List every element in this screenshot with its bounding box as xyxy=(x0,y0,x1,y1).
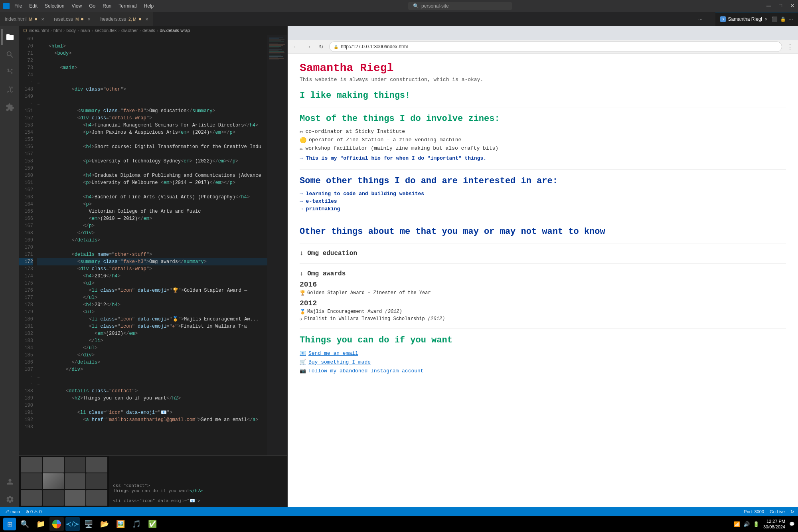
activity-search[interactable] xyxy=(2,47,18,63)
activity-explorer[interactable] xyxy=(2,29,18,45)
taskbar-music[interactable]: 🎵 xyxy=(129,517,144,531)
education-section[interactable]: ↓ Omg education xyxy=(300,250,786,257)
menu-help[interactable]: Help xyxy=(144,3,154,9)
activity-settings[interactable] xyxy=(2,491,18,507)
tab-modifier: M xyxy=(75,17,79,22)
url-text[interactable]: http://127.0.0.1:3000/index.html xyxy=(341,44,408,49)
trophy-emoji: 🏆 xyxy=(300,290,306,296)
instagram-text[interactable]: Follow my abandoned Instagram account xyxy=(308,368,424,374)
forward-button[interactable]: → xyxy=(304,42,313,51)
close-button[interactable]: ✕ xyxy=(790,2,795,10)
tab-close-icon[interactable]: ✕ xyxy=(145,17,148,22)
other-things-section: → learning to code and building websites… xyxy=(300,191,786,212)
reload-button[interactable]: ↻ xyxy=(316,42,326,51)
tab-close-icon[interactable]: ✕ xyxy=(41,17,44,22)
buy-text[interactable]: Buy something I made xyxy=(308,359,371,365)
menu-selection[interactable]: Selection xyxy=(45,3,64,9)
notification-icon[interactable]: 💬 xyxy=(789,522,795,527)
clock-time: 12:27 PM xyxy=(763,518,785,524)
browser-toolbar: ← → ↻ 🔒 http://127.0.0.1:3000/index.html… xyxy=(288,40,798,54)
awards-toggle[interactable]: ↓ Omg awards xyxy=(300,270,786,277)
award-item-1: 🏆 Golden Stapler Award – Zinester of the… xyxy=(300,290,786,296)
breadcrumb-icon: ⬡ xyxy=(23,28,27,33)
breadcrumb-body[interactable]: body xyxy=(66,28,76,33)
instagram-link[interactable]: 📷 Follow my abandoned Instagram account xyxy=(300,368,786,374)
activity-extensions[interactable] xyxy=(2,99,18,115)
breadcrumb-details-wrap[interactable]: div.details-wrap xyxy=(160,28,190,33)
taskbar-tasks[interactable]: ✅ xyxy=(145,517,160,531)
breadcrumb-html[interactable]: html xyxy=(53,28,62,33)
menu-go[interactable]: Go xyxy=(89,3,95,9)
menu-edit[interactable]: Edit xyxy=(29,3,38,9)
buy-link[interactable]: 🛒 Buy something I made xyxy=(300,359,786,365)
search-input[interactable]: personal-site xyxy=(421,3,449,9)
taskbar-explorer[interactable]: 📁 xyxy=(34,517,48,531)
menu-run[interactable]: Run xyxy=(103,3,111,9)
zine-text-1: co-ordinator at Sticky Institute xyxy=(305,129,405,134)
browser-tab-menu[interactable]: ⬛ xyxy=(772,16,778,22)
tab-overflow-button[interactable]: ··· xyxy=(693,16,707,22)
taskbar-clock[interactable]: 12:27 PM 30/08/2024 xyxy=(763,518,785,530)
tab-close-icon[interactable]: ✕ xyxy=(87,17,91,22)
email-link[interactable]: 📧 Send me an email xyxy=(300,350,786,356)
activity-source-control[interactable] xyxy=(2,64,18,80)
errors-count[interactable]: ⊗ 0 ⚠ 0 xyxy=(26,509,41,514)
award-item-3: ✈️ Finalist in Wallara Travelling Schola… xyxy=(300,316,786,322)
breadcrumb-section[interactable]: section.flex xyxy=(95,28,117,33)
url-bar[interactable]: 🔒 http://127.0.0.1:3000/index.html xyxy=(329,42,782,52)
taskbar-files[interactable]: 📂 xyxy=(97,517,112,531)
line-numbers: 69 70 71 72 73 74 · 148 149 · 151 152 15… xyxy=(19,35,37,455)
breadcrumb: ⬡ index.html › html › body › main › sect… xyxy=(19,26,287,35)
maximize-button[interactable]: □ xyxy=(779,2,782,10)
menu-file[interactable]: File xyxy=(14,3,22,9)
minimap[interactable] xyxy=(267,35,287,455)
scissors-emoji: ✂️ xyxy=(300,129,303,135)
printmaking-link[interactable]: → printmaking xyxy=(300,206,786,212)
taskbar-search[interactable]: 🔍 xyxy=(18,517,32,531)
taskbar-terminal[interactable]: 🖥️ xyxy=(81,517,96,531)
browser-tab-close[interactable]: ✕ xyxy=(764,17,768,22)
bio-link[interactable]: → This is my "official bio for when I do… xyxy=(300,155,786,161)
start-button[interactable]: ⊞ xyxy=(3,518,16,530)
wifi-icon[interactable]: 📶 xyxy=(734,521,740,527)
unsaved-dot xyxy=(35,18,37,20)
taskbar-browser[interactable] xyxy=(49,517,64,531)
browser-more[interactable]: ⋯ xyxy=(788,16,793,22)
battery-icon[interactable]: 🔋 xyxy=(753,521,759,527)
tab-index-html[interactable]: index.html M ✕ xyxy=(0,12,49,26)
instagram-emoji: 📷 xyxy=(300,368,306,374)
zine-item-3: ✏️ workshop facilitator (mainly zine mak… xyxy=(300,145,786,152)
browser-menu-button[interactable]: ⋮ xyxy=(785,42,795,51)
other-about-heading: Other things about me that you may or ma… xyxy=(300,227,786,237)
menu-view[interactable]: View xyxy=(71,3,82,9)
code-content[interactable]: <html> <body> <main> … <div class="other… xyxy=(37,35,267,455)
education-toggle[interactable]: ↓ Omg education xyxy=(300,250,786,257)
browser-panel-tab[interactable]: S Samantha Riegl ✕ ⬛ 🔒 ⋯ xyxy=(715,12,798,26)
git-branch[interactable]: ⎇ main xyxy=(4,509,20,514)
breadcrumb-main[interactable]: main xyxy=(81,28,90,33)
tab-headers-css[interactable]: headers.css 2, M ✕ xyxy=(95,12,153,26)
menu-terminal[interactable]: Terminal xyxy=(119,3,136,9)
email-text[interactable]: Send me an email xyxy=(308,350,358,356)
breadcrumb-div-other[interactable]: div.other xyxy=(121,28,138,33)
port-status[interactable]: Port: 3000 xyxy=(744,509,764,514)
breadcrumb-index[interactable]: index.html xyxy=(29,28,49,33)
sync-icon[interactable]: ↻ xyxy=(790,509,794,514)
tab-label: reset.css xyxy=(54,16,73,22)
volume-icon[interactable]: 🔊 xyxy=(743,521,750,527)
activity-account[interactable] xyxy=(2,474,18,490)
activity-run[interactable] xyxy=(2,82,18,98)
etextiles-link[interactable]: → e-textiles xyxy=(300,198,786,204)
taskbar-photos[interactable]: 🖼️ xyxy=(113,517,128,531)
back-button[interactable]: ← xyxy=(291,42,300,51)
taskbar-vscode[interactable]: ≺/≻ xyxy=(65,517,80,531)
go-live-button[interactable]: Go Live xyxy=(770,509,785,514)
window-controls[interactable]: ─ □ ✕ xyxy=(766,2,795,10)
menu-bar[interactable]: File Edit Selection View Go Run Terminal… xyxy=(14,3,154,9)
browser-tab-lock: 🔒 xyxy=(780,16,786,22)
coding-link[interactable]: → learning to code and building websites xyxy=(300,191,786,197)
breadcrumb-details[interactable]: details xyxy=(142,28,155,33)
tab-reset-css[interactable]: reset.css M ✕ xyxy=(49,12,95,26)
clock-date: 30/08/2024 xyxy=(763,524,785,530)
minimize-button[interactable]: ─ xyxy=(766,2,771,10)
